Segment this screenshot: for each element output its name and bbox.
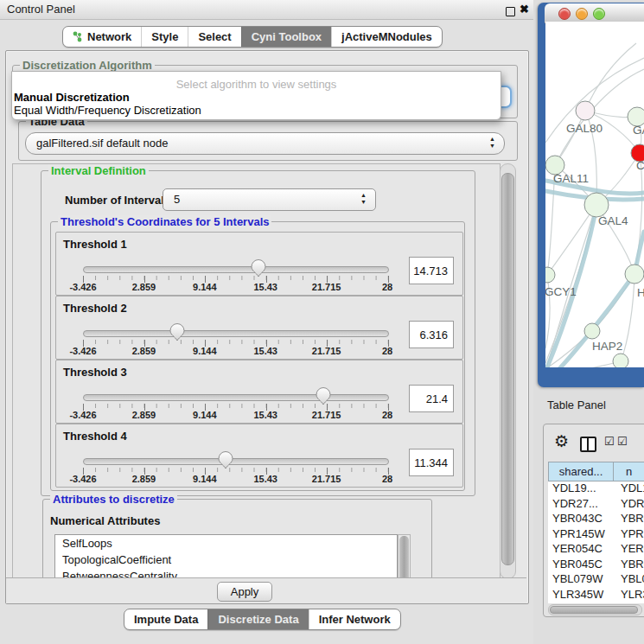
table-row-ypr145w[interactable]: YPR145WYPR1 bbox=[548, 527, 644, 543]
table-row-yer054c[interactable]: YER054CYER0 bbox=[548, 542, 644, 558]
close-icon[interactable]: ✖ bbox=[520, 2, 529, 17]
tab-discretize-data[interactable]: Discretize Data bbox=[207, 609, 308, 629]
tab-label: Infer Network bbox=[319, 609, 391, 629]
tab-label: Discretize Data bbox=[218, 609, 298, 629]
slider-track[interactable] bbox=[83, 394, 389, 401]
gear-icon[interactable]: ⚙ bbox=[554, 431, 569, 451]
algorithm-option-equal-width-frequency-discretization[interactable]: Equal Width/Frequency Discretization bbox=[14, 104, 201, 117]
threshold-value-field[interactable]: 21.4 bbox=[409, 385, 454, 412]
table-panel-title: Table Panel bbox=[547, 399, 606, 411]
node-table: shared... n YDL19...YDL1YDR27...YDR2YBR0… bbox=[548, 462, 644, 603]
tab-infer-network[interactable]: Infer Network bbox=[309, 609, 400, 629]
attribute-item-topologicalcoefficient[interactable]: TopologicalCoefficient bbox=[55, 552, 397, 568]
network-node[interactable] bbox=[625, 265, 644, 284]
tab-select[interactable]: Select bbox=[188, 27, 240, 47]
table-header-row: shared... n bbox=[548, 462, 644, 481]
algorithm-combo-button[interactable] bbox=[500, 86, 512, 108]
slider-ticks bbox=[83, 468, 388, 475]
node-label-ga: GA bbox=[633, 124, 644, 137]
tab-network[interactable]: Network bbox=[63, 27, 141, 47]
column-layout-icon[interactable] bbox=[580, 437, 596, 452]
table-horizontal-scrollbar[interactable] bbox=[548, 604, 642, 615]
network-node[interactable] bbox=[545, 267, 555, 283]
tick-label: 21.715 bbox=[312, 474, 341, 484]
table-row-ybr045c[interactable]: YBR045CYBR0 bbox=[548, 558, 644, 573]
threshold-value-field[interactable]: 14.713 bbox=[409, 257, 454, 284]
discretization-algorithm-group-title: Discretization Algorithm bbox=[20, 59, 155, 72]
column-header-shared-name[interactable]: shared... bbox=[549, 462, 614, 481]
tick-label: 28 bbox=[382, 474, 392, 484]
tab-label: Network bbox=[87, 27, 131, 47]
threshold-label: Threshold 4 bbox=[63, 430, 127, 443]
table-row-ylr345w[interactable]: YLR345WYLR3 bbox=[548, 588, 644, 603]
combo-arrows-icon: ▲▼ bbox=[360, 192, 367, 206]
tab-label: jActiveMNodules bbox=[341, 27, 432, 47]
cell-name: YIL0 bbox=[612, 603, 644, 603]
attribute-item-selfloops[interactable]: SelfLoops bbox=[55, 535, 397, 552]
numerical-attributes-list[interactable]: SelfLoopsTopologicalCoefficientBetweenne… bbox=[54, 534, 398, 579]
tab-label: Style bbox=[151, 27, 178, 47]
attributes-list-scrollbar[interactable] bbox=[398, 534, 411, 579]
cell-shared-name: YDR27... bbox=[548, 497, 612, 513]
threshold-value-field[interactable]: 6.316 bbox=[409, 321, 454, 348]
threshold-value-field[interactable]: 11.344 bbox=[409, 449, 454, 476]
network-view-window[interactable]: GAL80GACGAL11GAL4GCY1HHAP2 bbox=[538, 3, 644, 387]
cell-name: YBR0 bbox=[612, 558, 644, 573]
cell-name: YBL0 bbox=[612, 572, 644, 588]
network-node[interactable] bbox=[584, 193, 609, 217]
panel-vertical-scrollbar[interactable] bbox=[500, 163, 516, 579]
tab-cyni-toolbox[interactable]: Cyni Toolbox bbox=[241, 27, 331, 47]
slider-ticks bbox=[83, 404, 388, 411]
slider-thumb[interactable] bbox=[169, 323, 185, 341]
table-row-ybr043c[interactable]: YBR043CYBR0 bbox=[548, 512, 644, 527]
top-tab-bar: NetworkStyleSelectCyni ToolboxjActiveMNo… bbox=[62, 26, 443, 48]
bottom-tab-bar: Impute DataDiscretize DataInfer Network bbox=[124, 609, 401, 630]
network-node[interactable] bbox=[613, 354, 628, 367]
slider-thumb[interactable] bbox=[218, 451, 233, 469]
number-of-intervals-label: Number of Intervals bbox=[65, 194, 170, 207]
close-traffic-light-icon[interactable] bbox=[558, 8, 571, 20]
network-node[interactable] bbox=[576, 101, 595, 120]
interval-definition-group: Interval Definition Number of Intervals … bbox=[41, 170, 475, 496]
tick-label: 15.43 bbox=[253, 282, 277, 292]
apply-button[interactable]: Apply bbox=[217, 582, 272, 602]
table-data-combo[interactable]: galFiltered.sif default node ▲▼ bbox=[25, 132, 505, 155]
minimize-traffic-light-icon[interactable] bbox=[576, 8, 588, 20]
node-label-gal4: GAL4 bbox=[598, 214, 628, 227]
tick-label: 28 bbox=[382, 282, 392, 292]
network-node[interactable] bbox=[584, 323, 600, 339]
slider-thumb[interactable] bbox=[316, 387, 331, 405]
tab-label: Cyni Toolbox bbox=[252, 27, 322, 47]
float-window-icon[interactable] bbox=[506, 7, 515, 16]
slider-track[interactable] bbox=[83, 266, 389, 273]
tick-label: -3.426 bbox=[69, 474, 96, 484]
column-header-name[interactable]: n bbox=[614, 462, 644, 481]
algorithm-option-manual-discretization[interactable]: Manual Discretization bbox=[14, 91, 130, 104]
slider-track[interactable] bbox=[83, 458, 389, 465]
combo-arrows-icon: ▲▼ bbox=[488, 136, 496, 150]
table-row-yil052c[interactable]: YIL052CYIL0 bbox=[548, 603, 644, 603]
tab-style[interactable]: Style bbox=[141, 27, 188, 47]
number-of-intervals-value: 5 bbox=[174, 189, 180, 210]
select-all-checkbox-icon[interactable]: ☑ bbox=[604, 435, 615, 448]
deselect-all-checkbox-icon[interactable]: ☑ bbox=[617, 435, 628, 448]
algorithm-placeholder: Select algorithm to view settings bbox=[12, 78, 501, 91]
table-row-ydl19[interactable]: YDL19...YDL1 bbox=[548, 481, 644, 497]
table-row-ydr27[interactable]: YDR27...YDR2 bbox=[548, 497, 644, 513]
number-of-intervals-combo[interactable]: 5 ▲▼ bbox=[163, 188, 376, 211]
tick-label: 15.43 bbox=[253, 346, 277, 356]
tick-label: 21.715 bbox=[312, 346, 341, 356]
slider-track[interactable] bbox=[83, 330, 389, 337]
tab-jactivemnodules[interactable]: jActiveMNodules bbox=[331, 27, 442, 47]
slider-thumb[interactable] bbox=[251, 259, 266, 277]
table-row-ybl079w[interactable]: YBL079WYBL0 bbox=[548, 572, 644, 588]
tab-impute-data[interactable]: Impute Data bbox=[124, 609, 207, 629]
node-label-gcy1: GCY1 bbox=[545, 285, 577, 298]
zoom-traffic-light-icon[interactable] bbox=[593, 8, 605, 20]
control-panel: Control Panel ✖ NetworkStyleSelectCyni T… bbox=[0, 0, 533, 644]
attributes-group: Attributes to discretize Numerical Attri… bbox=[42, 499, 432, 579]
slider-ticks bbox=[83, 340, 388, 347]
cell-name: YPR1 bbox=[612, 527, 644, 543]
control-panel-title: Control Panel bbox=[7, 0, 75, 19]
network-canvas[interactable]: GAL80GACGAL11GAL4GCY1HHAP2 bbox=[545, 22, 644, 367]
